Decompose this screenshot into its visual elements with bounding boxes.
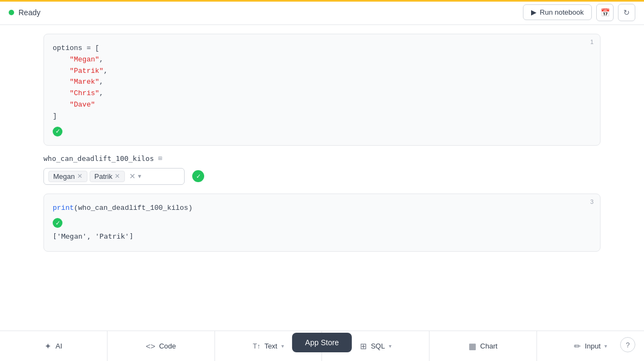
code-icon: <> (146, 341, 155, 351)
toolbar-item-ai[interactable]: ✦ AI (0, 331, 108, 361)
chart-icon: ▦ (469, 341, 476, 351)
refresh-icon: ↻ (623, 8, 630, 17)
filter-icon: ⊞ (159, 154, 162, 162)
tag-megan[interactable]: Megan ✕ (48, 171, 87, 182)
input-cell-label: who_can_deadlift_100_kilos ⊞ (43, 154, 601, 163)
refresh-button[interactable]: ↻ (618, 4, 635, 21)
status-indicator: Ready (9, 8, 40, 17)
top-bar: Ready ▶ Run notebook 📅 ↻ (0, 0, 644, 25)
toolbar-ai-label: AI (55, 342, 62, 350)
text-icon: T↑ (252, 342, 260, 350)
top-bar-actions: ▶ Run notebook 📅 ↻ (523, 4, 635, 21)
calendar-button[interactable]: 📅 (596, 4, 614, 21)
tag-patrik-remove[interactable]: ✕ (115, 173, 120, 179)
cell-1-check-icon: ✓ (53, 127, 62, 136)
cell-number-1: 1 (590, 39, 594, 45)
help-icon: ? (626, 341, 629, 349)
cell-1-status: ✓ (53, 127, 591, 136)
tag-megan-remove[interactable]: ✕ (77, 173, 83, 179)
status-label: Ready (18, 8, 40, 17)
code-cell-1: 1 options = [ "Megan", "Patrik", "Marek"… (43, 34, 601, 146)
text-dropdown-icon: ▾ (281, 343, 284, 349)
input-dropdown-icon: ▾ (604, 343, 607, 349)
run-notebook-button[interactable]: ▶ Run notebook (523, 4, 592, 20)
toolbar-input-label: Input (585, 342, 601, 350)
cell-3-check-icon: ✓ (53, 218, 62, 228)
input-cell-name: who_can_deadlift_100_kilos (43, 154, 154, 163)
cell-3-status: ✓ (53, 218, 591, 228)
tag-input-row[interactable]: Megan ✕ Patrik ✕ ✕ ▾ (43, 168, 185, 185)
app-store-button[interactable]: App Store (292, 333, 352, 352)
input-icon: ✏ (574, 341, 581, 351)
toolbar-chart-label: Chart (480, 342, 497, 350)
dropdown-chevron-icon[interactable]: ▾ (138, 172, 141, 180)
tag-patrik-label: Patrik (94, 172, 112, 180)
tag-patrik[interactable]: Patrik ✕ (90, 171, 125, 182)
code-block-3: print(who_can_deadlift_100_kilos) (53, 203, 591, 214)
calendar-icon: 📅 (601, 8, 610, 17)
toolbar-item-code[interactable]: <> Code (108, 331, 215, 361)
toolbar-item-chart[interactable]: ▦ Chart (430, 331, 537, 361)
cell-number-3: 3 (590, 198, 594, 205)
toolbar-sql-label: SQL (371, 342, 385, 350)
tag-megan-label: Megan (53, 172, 75, 180)
confirm-selection-button[interactable]: ✓ (192, 170, 204, 182)
help-button[interactable]: ? (620, 337, 635, 352)
toolbar-code-label: Code (159, 342, 176, 350)
code-block-1: options = [ "Megan", "Patrik", "Marek", … (53, 43, 591, 122)
sql-dropdown-icon: ▾ (389, 343, 392, 349)
status-dot (9, 10, 14, 15)
output-cell-3: 3 print(who_can_deadlift_100_kilos) ✓ ['… (43, 194, 601, 252)
cell-3-output: ['Megan', 'Patrik'] (53, 231, 591, 242)
run-notebook-label: Run notebook (540, 8, 584, 16)
input-cell: who_can_deadlift_100_kilos ⊞ Megan ✕ Pat… (43, 154, 601, 185)
toolbar-text-label: Text (264, 342, 277, 350)
sql-icon: ⊞ (360, 341, 367, 351)
tag-input-controls: ✕ ▾ (129, 172, 141, 180)
ai-icon: ✦ (45, 341, 52, 351)
main-content: 1 options = [ "Megan", "Patrik", "Marek"… (0, 25, 644, 260)
clear-tags-button[interactable]: ✕ (129, 172, 136, 180)
play-icon: ▶ (531, 8, 536, 16)
